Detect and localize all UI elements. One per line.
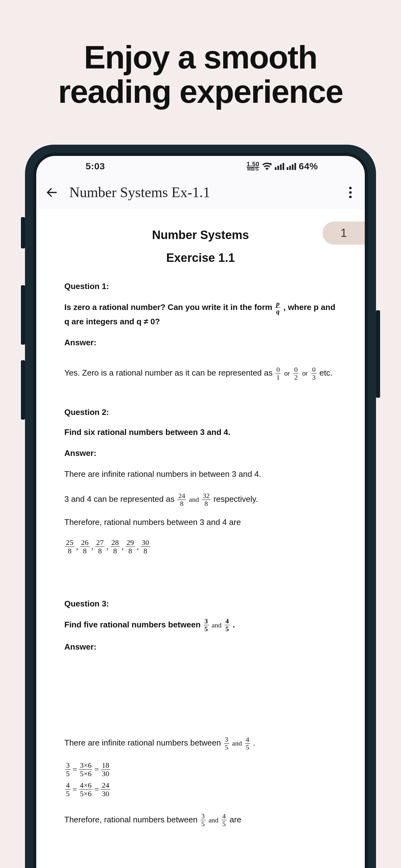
phone-side-button	[21, 217, 25, 248]
svg-point-10	[349, 187, 352, 189]
document-viewer[interactable]: 1 Number Systems Exercise 1.1 Question 1…	[36, 208, 365, 868]
phone-side-button	[376, 310, 380, 398]
svg-rect-5	[287, 167, 288, 170]
fraction: 308	[141, 538, 150, 555]
phone-side-button	[21, 360, 25, 420]
fraction: 45	[65, 781, 71, 798]
answer-text: There are infinite rational numbers betw…	[64, 736, 337, 751]
fraction: 258	[65, 538, 74, 555]
more-vertical-icon	[349, 187, 352, 198]
question-label: Question 1:	[64, 281, 337, 291]
fraction: 02	[293, 366, 299, 381]
answer-text: Yes. Zero is a rational number as it can…	[64, 366, 337, 381]
fraction: 3×65×6	[79, 761, 93, 778]
svg-point-12	[349, 195, 352, 198]
fraction: 4×65×6	[79, 781, 93, 798]
fraction: 03	[311, 366, 317, 381]
back-button[interactable]	[44, 184, 60, 200]
svg-rect-8	[295, 163, 296, 170]
answer-label: Answer:	[64, 338, 337, 347]
answer-text: 3 and 4 can be represented as 248 and 32…	[64, 492, 337, 507]
phone-screen: 5:03 1.50 MB/S 64% Number Systems Ex-1.1	[36, 156, 365, 868]
question-text: Find six rational numbers between 3 and …	[64, 426, 337, 439]
app-bar: Number Systems Ex-1.1	[36, 177, 365, 208]
more-button[interactable]	[343, 186, 357, 199]
doc-subtitle: Exercise 1.1	[64, 251, 337, 265]
signal-icon	[275, 162, 284, 170]
battery-percent: 64%	[299, 161, 318, 172]
fraction: 35	[201, 812, 206, 828]
page-number-indicator: 1	[323, 221, 365, 245]
arrow-left-icon	[45, 186, 58, 199]
wifi-icon	[262, 162, 272, 170]
answer-text: Therefore, rational numbers between 35 a…	[64, 812, 337, 828]
promo-title: Enjoy a smooth reading experience	[0, 0, 401, 109]
answer-text: There are infinite rational numbers in b…	[64, 467, 337, 482]
equation-row: 45 = 4×65×6 = 2430	[64, 781, 337, 798]
network-speed: 1.50 MB/S	[247, 161, 260, 171]
question-text: Is zero a rational number? Can you write…	[64, 300, 337, 329]
doc-title: Number Systems	[64, 228, 337, 242]
equation-row: 35 = 3×65×6 = 1830	[64, 761, 337, 778]
answer-label: Answer:	[64, 448, 337, 458]
fraction: 35	[204, 617, 209, 633]
svg-rect-1	[275, 167, 276, 170]
fraction: 35	[224, 736, 229, 751]
phone-side-button	[21, 285, 25, 345]
status-right-cluster: 1.50 MB/S 64%	[247, 161, 318, 172]
svg-rect-7	[292, 164, 294, 170]
fraction: 288	[110, 538, 120, 555]
signal-icon	[287, 162, 296, 170]
answer-text: Therefore, rational numbers between 3 an…	[64, 515, 337, 530]
fraction: 45	[225, 617, 230, 633]
fraction: 45	[245, 736, 250, 751]
fraction-list: 258, 268, 278, 288, 298, 308	[64, 538, 337, 555]
promo-line1: Enjoy a smooth	[0, 40, 401, 74]
svg-point-11	[349, 191, 352, 193]
svg-rect-3	[280, 164, 282, 170]
question-text: Find five rational numbers between 35 an…	[64, 617, 337, 633]
fraction-p-over-q: p q	[275, 300, 280, 315]
fraction: 1830	[101, 761, 110, 778]
fraction: 278	[95, 538, 105, 555]
status-time: 5:03	[86, 161, 105, 172]
fraction: 45	[222, 812, 227, 828]
fraction: 35	[65, 761, 71, 778]
fraction: 328	[202, 492, 210, 507]
svg-point-0	[270, 163, 272, 165]
question-label: Question 2:	[64, 407, 337, 417]
fraction: 01	[275, 366, 281, 381]
answer-label: Answer:	[64, 642, 337, 652]
svg-rect-4	[282, 163, 284, 170]
promo-line2: reading experience	[0, 74, 401, 109]
fraction: 298	[126, 538, 135, 555]
status-bar: 5:03 1.50 MB/S 64%	[36, 156, 365, 177]
svg-rect-6	[290, 166, 291, 170]
question-label: Question 3:	[64, 599, 337, 609]
phone-frame: 5:03 1.50 MB/S 64% Number Systems Ex-1.1	[25, 145, 376, 868]
appbar-title: Number Systems Ex-1.1	[69, 184, 343, 200]
svg-rect-2	[278, 166, 279, 170]
document-content: Number Systems Exercise 1.1 Question 1: …	[36, 208, 365, 844]
fraction: 248	[177, 492, 186, 507]
fraction: 268	[80, 538, 90, 555]
fraction: 2430	[101, 781, 110, 798]
